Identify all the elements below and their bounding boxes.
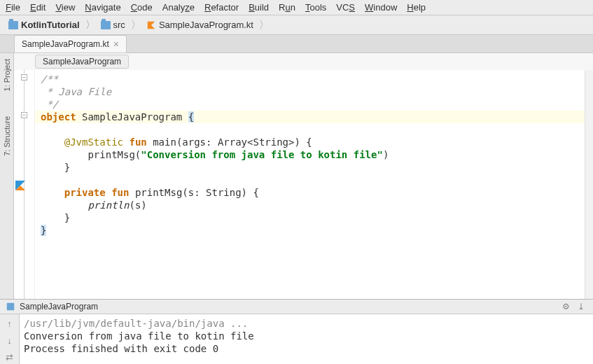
breadcrumb-src-label: src	[113, 20, 125, 30]
menu-build[interactable]: Build	[249, 2, 269, 13]
code-keyword: fun	[111, 187, 129, 198]
menu-code[interactable]: Code	[131, 2, 153, 13]
run-panel: SampleJavaProgram ⚙ ⤓ ↑ ↓ ⇄ ▣ /usr/lib/j…	[0, 299, 593, 364]
menu-navigate[interactable]: Navigate	[85, 2, 120, 13]
chevron-right-icon: 〉	[131, 19, 141, 31]
editor-tabs: SampleJavaProgram.kt ×	[0, 35, 593, 53]
run-toolbar: ↑ ↓ ⇄ ▣	[0, 314, 20, 364]
svg-rect-3	[7, 303, 15, 311]
main-menu-bar: File Edit View Navigate Code Analyze Ref…	[0, 0, 593, 15]
wrap-icon[interactable]: ⇄	[4, 351, 16, 363]
code-signature: printMsg(s: String) {	[129, 187, 258, 198]
left-tool-gutter: 1: Project 7: Structure	[0, 53, 14, 299]
tool-structure-label: 7: Structure	[3, 116, 11, 156]
code-string: "Conversion from java file to kotin file…	[141, 149, 383, 160]
code-identifier: SampleJavaProgram	[76, 111, 188, 122]
svg-marker-0	[148, 21, 155, 29]
fold-toggle[interactable]: −	[21, 112, 27, 118]
tool-project-label: 1: Project	[3, 59, 11, 91]
code-keyword: object	[41, 111, 76, 122]
menu-edit[interactable]: Edit	[30, 2, 46, 13]
fold-toggle[interactable]: −	[21, 74, 27, 80]
tab-samplejavaprogram[interactable]: SampleJavaProgram.kt ×	[14, 35, 127, 52]
code-lines[interactable]: /** * Java File */ object SampleJavaProg…	[35, 70, 585, 299]
menu-help[interactable]: Help	[407, 2, 426, 13]
breadcrumb-src[interactable]: src	[98, 18, 128, 31]
menu-tools[interactable]: Tools	[305, 2, 326, 13]
code-brace: }	[64, 212, 70, 223]
right-gutter	[585, 70, 593, 299]
kotlin-icon	[15, 181, 25, 190]
menu-vcs[interactable]: VCS	[336, 2, 355, 13]
menu-view[interactable]: View	[55, 2, 75, 13]
code-brace: }	[41, 225, 46, 236]
close-icon[interactable]: ×	[113, 38, 119, 50]
code-annotation: @JvmStatic	[64, 136, 123, 148]
console-exit: Process finished with exit code 0	[24, 342, 589, 355]
run-panel-header: SampleJavaProgram ⚙ ⤓	[0, 300, 593, 314]
code-keyword: fun	[129, 136, 146, 148]
code-text: )	[383, 149, 389, 160]
code-comment: /**	[41, 74, 58, 85]
code-comment: */	[41, 99, 58, 110]
run-config-icon	[6, 302, 15, 312]
menu-refactor[interactable]: Refactor	[204, 2, 239, 13]
breadcrumb-file[interactable]: SampleJavaProgram.kt	[144, 18, 256, 31]
breadcrumb-project[interactable]: KotlinTutorial	[6, 18, 83, 31]
code-signature: main(args: Array<String>) {	[147, 136, 312, 148]
code-area[interactable]: − − /** * Java File */ object SampleJava…	[14, 70, 593, 299]
menu-run[interactable]: Run	[279, 2, 295, 13]
code-call: printMsg(	[88, 149, 141, 160]
menu-file[interactable]: File	[6, 2, 20, 13]
arrow-down-icon[interactable]: ↓	[4, 334, 16, 346]
code-brace: }	[64, 162, 70, 173]
console-output[interactable]: /usr/lib/jvm/default-java/bin/java ... C…	[20, 314, 593, 364]
code-comment: * Java File	[41, 86, 111, 97]
tool-window-structure[interactable]: 7: Structure	[1, 111, 13, 162]
tool-window-project[interactable]: 1: Project	[1, 53, 13, 97]
chevron-right-icon: 〉	[85, 19, 95, 31]
code-brace: {	[188, 111, 194, 122]
chevron-right-icon: 〉	[259, 19, 269, 31]
arrow-up-icon[interactable]: ↑	[4, 317, 16, 330]
folder-icon	[101, 21, 111, 29]
menu-window[interactable]: Window	[365, 2, 397, 13]
folder-icon	[8, 21, 18, 29]
code-keyword: private	[64, 187, 106, 198]
class-breadcrumb: SampleJavaProgram	[14, 53, 593, 70]
nav-breadcrumb: KotlinTutorial 〉 src 〉 SampleJavaProgram…	[0, 15, 593, 35]
kotlin-file-icon	[146, 20, 156, 30]
fold-gutter: − −	[14, 70, 35, 299]
tab-label: SampleJavaProgram.kt	[22, 39, 109, 49]
class-chip[interactable]: SampleJavaProgram	[35, 55, 129, 69]
code-text: (s)	[129, 200, 146, 211]
run-panel-body: ↑ ↓ ⇄ ▣ /usr/lib/jvm/default-java/bin/ja…	[0, 314, 593, 364]
menu-analyze[interactable]: Analyze	[162, 2, 195, 13]
breadcrumb-project-label: KotlinTutorial	[21, 20, 80, 30]
run-config-name[interactable]: SampleJavaProgram	[20, 302, 98, 312]
breadcrumb-file-label: SampleJavaProgram.kt	[159, 20, 253, 30]
editor[interactable]: SampleJavaProgram − − /** * Java File */…	[14, 53, 593, 299]
console-path: /usr/lib/jvm/default-java/bin/java ...	[24, 317, 589, 330]
gear-icon[interactable]: ⚙	[562, 302, 572, 312]
console-line: Conversion from java file to kotin file	[24, 330, 589, 342]
code-call: println	[88, 200, 129, 211]
main-editor-area: 1: Project 7: Structure SampleJavaProgra…	[0, 53, 593, 299]
pin-icon[interactable]: ⤓	[578, 302, 587, 312]
